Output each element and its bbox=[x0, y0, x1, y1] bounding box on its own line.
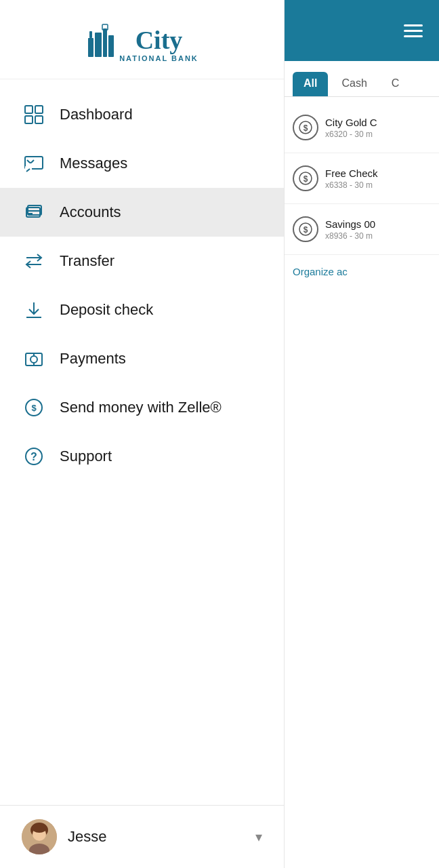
nav-menu: Dashboard Messages bbox=[0, 79, 284, 805]
sidebar-item-accounts[interactable]: Accounts bbox=[0, 188, 284, 237]
transfer-label: Transfer bbox=[60, 252, 114, 270]
user-profile[interactable]: Jesse ▾ bbox=[0, 805, 284, 868]
account-sub: x6338 - 30 m bbox=[325, 180, 431, 190]
sidebar-item-deposit[interactable]: Deposit check bbox=[0, 285, 284, 334]
svg-text:?: ? bbox=[30, 451, 37, 462]
organize-accounts-link[interactable]: Organize ac bbox=[285, 255, 439, 288]
logo-area: City NATIONAL BANK bbox=[0, 0, 284, 79]
sidebar-item-zelle[interactable]: $ Send money with Zelle® bbox=[0, 383, 284, 432]
svg-point-28 bbox=[32, 823, 47, 833]
svg-rect-8 bbox=[25, 116, 33, 123]
tab-cash[interactable]: Cash bbox=[331, 72, 377, 96]
svg-rect-9 bbox=[35, 116, 43, 123]
accounts-label: Accounts bbox=[60, 203, 121, 221]
logo-graphic-icon bbox=[85, 19, 115, 62]
deposit-icon bbox=[22, 298, 46, 322]
list-item[interactable]: $ Free Check x6338 - 30 m bbox=[285, 153, 439, 204]
messages-icon bbox=[22, 151, 46, 176]
svg-rect-1 bbox=[89, 31, 92, 38]
account-info: Savings 00 x8936 - 30 m bbox=[325, 218, 431, 241]
account-dollar-icon: $ bbox=[293, 216, 318, 242]
svg-rect-7 bbox=[35, 106, 43, 113]
tab-all[interactable]: All bbox=[293, 72, 328, 96]
svg-text:$: $ bbox=[304, 123, 308, 133]
svg-text:$: $ bbox=[304, 225, 308, 235]
svg-text:$: $ bbox=[31, 403, 37, 413]
payments-label: Payments bbox=[60, 350, 126, 368]
account-name: Free Check bbox=[325, 167, 431, 179]
sidebar-item-payments[interactable]: Payments bbox=[0, 334, 284, 383]
support-icon: ? bbox=[22, 444, 46, 469]
svg-rect-3 bbox=[103, 28, 107, 57]
sidebar-item-messages[interactable]: Messages bbox=[0, 139, 284, 188]
account-sub: x8936 - 30 m bbox=[325, 231, 431, 241]
svg-rect-6 bbox=[25, 106, 33, 113]
hamburger-icon[interactable] bbox=[404, 24, 423, 37]
account-sub: x6320 - 30 m bbox=[325, 130, 431, 139]
sidebar-item-support[interactable]: ? Support bbox=[0, 432, 284, 481]
right-header bbox=[285, 0, 439, 61]
account-dollar-icon: $ bbox=[293, 165, 318, 191]
svg-point-18 bbox=[30, 356, 37, 363]
account-name: Savings 00 bbox=[325, 218, 431, 230]
logo-national-bank-text: NATIONAL BANK bbox=[119, 54, 198, 62]
account-info: Free Check x6338 - 30 m bbox=[325, 167, 431, 190]
sidebar: City NATIONAL BANK Dashboard bbox=[0, 0, 285, 868]
messages-label: Messages bbox=[60, 155, 127, 172]
account-tabs: All Cash C bbox=[285, 61, 439, 97]
accounts-list: $ City Gold C x6320 - 30 m $ Free Check … bbox=[285, 97, 439, 868]
svg-rect-5 bbox=[108, 35, 114, 57]
list-item[interactable]: $ City Gold C x6320 - 30 m bbox=[285, 102, 439, 153]
dashboard-icon bbox=[22, 102, 46, 127]
account-dollar-icon: $ bbox=[293, 115, 318, 140]
svg-rect-0 bbox=[88, 38, 93, 57]
payments-icon bbox=[22, 347, 46, 371]
support-label: Support bbox=[60, 448, 112, 465]
zelle-label: Send money with Zelle® bbox=[60, 399, 222, 416]
avatar bbox=[22, 819, 57, 854]
logo-city-text: City bbox=[135, 27, 183, 53]
chevron-down-icon: ▾ bbox=[255, 829, 262, 845]
deposit-label: Deposit check bbox=[60, 301, 153, 319]
account-name: City Gold C bbox=[325, 117, 431, 128]
sidebar-item-dashboard[interactable]: Dashboard bbox=[0, 90, 284, 139]
transfer-icon bbox=[22, 249, 46, 273]
right-panel: All Cash C $ City Gold C x6320 - 30 m $ bbox=[285, 0, 439, 868]
svg-text:$: $ bbox=[304, 174, 308, 184]
user-name: Jesse bbox=[68, 828, 255, 846]
tab-credit[interactable]: C bbox=[381, 72, 411, 96]
sidebar-item-transfer[interactable]: Transfer bbox=[0, 237, 284, 285]
svg-rect-2 bbox=[95, 33, 102, 57]
dashboard-label: Dashboard bbox=[60, 106, 133, 123]
list-item[interactable]: $ Savings 00 x8936 - 30 m bbox=[285, 204, 439, 255]
accounts-icon bbox=[22, 200, 46, 224]
zelle-icon: $ bbox=[22, 395, 46, 420]
account-info: City Gold C x6320 - 30 m bbox=[325, 117, 431, 139]
